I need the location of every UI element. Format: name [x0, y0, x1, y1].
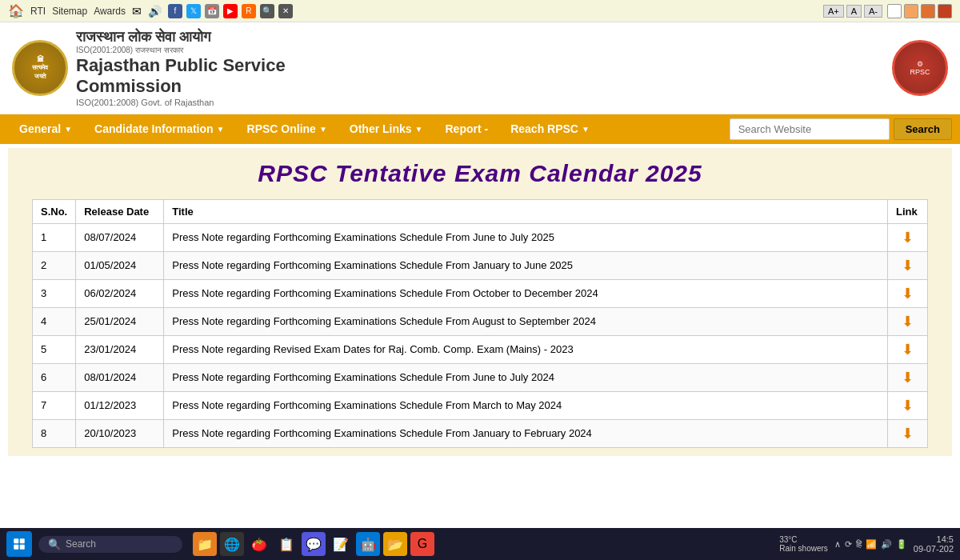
cell-sno: 3: [33, 279, 76, 307]
cell-sno: 8: [33, 419, 76, 447]
cell-link[interactable]: ⬇: [888, 223, 928, 251]
volume-icon[interactable]: 🔊: [148, 5, 162, 18]
search-button[interactable]: Search: [894, 118, 952, 140]
taskbar-app-task[interactable]: 📋: [274, 532, 298, 556]
theme-color-selector: [887, 4, 952, 18]
theme-tan[interactable]: [904, 4, 918, 18]
left-emblem: 🏛 सत्यमेव जयते: [12, 40, 68, 96]
download-icon[interactable]: ⬇: [896, 229, 919, 246]
tray-icon-volume: 🔊: [881, 539, 892, 550]
youtube-icon[interactable]: ▶: [223, 4, 238, 18]
page-title: RPSC Tentative Exam Calendar 2025: [32, 160, 928, 187]
table-row: 8 20/10/2023 Press Note regarding Forthc…: [33, 419, 928, 447]
cell-link[interactable]: ⬇: [888, 419, 928, 447]
rpsc-online-arrow: ▼: [319, 125, 327, 134]
cell-date: 01/12/2023: [76, 391, 164, 419]
taskbar-app-chat[interactable]: 💬: [302, 532, 326, 556]
taskbar-app-google[interactable]: G: [410, 532, 434, 556]
tray-icon-wifi: 📶: [866, 539, 877, 550]
cell-title: Press Note regarding Forthcoming Examina…: [164, 391, 888, 419]
taskbar-app-chrome[interactable]: 🌐: [220, 532, 244, 556]
home-icon[interactable]: 🏠: [8, 3, 24, 18]
taskbar-search-bar[interactable]: 🔍 Search: [38, 536, 182, 553]
cell-link[interactable]: ⬇: [888, 363, 928, 391]
calendar-icon[interactable]: 📅: [205, 4, 219, 18]
taskbar-app-ai[interactable]: 🤖: [356, 532, 380, 556]
cell-link[interactable]: ⬇: [888, 307, 928, 335]
taskbar-app-notes[interactable]: 📝: [329, 532, 353, 556]
cell-title: Press Note regarding Forthcoming Examina…: [164, 307, 888, 335]
download-icon[interactable]: ⬇: [896, 285, 919, 302]
download-icon[interactable]: ⬇: [896, 425, 919, 442]
search-input[interactable]: [730, 118, 890, 140]
cell-title: Press Note regarding Forthcoming Examina…: [164, 223, 888, 251]
cell-date: 25/01/2024: [76, 307, 164, 335]
cell-link[interactable]: ⬇: [888, 391, 928, 419]
cell-link[interactable]: ⬇: [888, 335, 928, 363]
utility-right: A+ A A-: [823, 4, 952, 18]
table-row: 6 08/01/2024 Press Note regarding Forthc…: [33, 363, 928, 391]
taskbar-right-area: 33°C Rain showers ∧ ⟳ हि 📶 🔊 🔋 14:5 09-0…: [779, 534, 954, 554]
download-icon[interactable]: ⬇: [896, 341, 919, 358]
font-increase-btn[interactable]: A+: [823, 5, 844, 18]
theme-red[interactable]: [938, 4, 952, 18]
weather-widget: 33°C Rain showers: [779, 535, 828, 553]
hindi-title: राजस्थान लोक सेवा आयोग: [76, 29, 892, 46]
taskbar-search-icon: 🔍: [48, 538, 61, 550]
cell-link[interactable]: ⬇: [888, 279, 928, 307]
cell-date: 20/10/2023: [76, 419, 164, 447]
emblem-text: सत्यमेव जयते: [32, 64, 48, 81]
start-button[interactable]: [6, 531, 32, 557]
general-arrow: ▼: [64, 125, 72, 134]
nav-rpsc-online[interactable]: RPSC Online ▼: [236, 114, 338, 144]
logo-text: राजस्थान लोक सेवा आयोग ISO(2001:2008) रा…: [68, 29, 892, 107]
facebook-icon[interactable]: f: [168, 4, 182, 18]
cell-date: 08/07/2024: [76, 223, 164, 251]
rti-link[interactable]: RTI: [30, 6, 46, 17]
clock: 14:5 09-07-202: [914, 534, 954, 554]
svg-rect-0: [14, 538, 18, 543]
font-decrease-btn[interactable]: A-: [864, 5, 882, 18]
share-icon[interactable]: ✕: [278, 4, 293, 18]
cell-date: 08/01/2024: [76, 363, 164, 391]
font-normal-btn[interactable]: A: [846, 5, 862, 18]
col-header-date: Release Date: [76, 199, 164, 223]
svg-rect-2: [14, 545, 18, 550]
taskbar-app-explorer[interactable]: 📁: [193, 532, 217, 556]
theme-white[interactable]: [887, 4, 902, 18]
main-content: RPSC Tentative Exam Calendar 2025 S.No. …: [8, 148, 952, 456]
nav-other-links[interactable]: Other Links ▼: [338, 114, 434, 144]
nav-general[interactable]: General ▼: [8, 114, 83, 144]
taskbar-pinned-apps: 📁 🌐 🍅 📋 💬 📝 🤖 📂 G: [193, 532, 434, 556]
theme-orange[interactable]: [921, 4, 935, 18]
taskbar-app-browser2[interactable]: 🍅: [247, 532, 271, 556]
cell-date: 01/05/2024: [76, 251, 164, 279]
download-icon[interactable]: ⬇: [896, 397, 919, 414]
download-icon[interactable]: ⬇: [896, 257, 919, 274]
nav-report[interactable]: Report -: [434, 114, 499, 144]
search-social-icon[interactable]: 🔍: [260, 4, 274, 18]
rss-icon[interactable]: R: [242, 4, 256, 18]
email-icon[interactable]: ✉: [132, 5, 142, 18]
taskbar-app-folder[interactable]: 📂: [383, 532, 407, 556]
iso-line: ISO(2001:2008) राजस्थान सरकार: [76, 46, 892, 55]
exam-calendar-table: S.No. Release Date Title Link 1 08/07/20…: [32, 199, 928, 448]
download-icon[interactable]: ⬇: [896, 369, 919, 386]
nav-reach-rpsc[interactable]: Reach RPSC ▼: [499, 114, 601, 144]
cell-link[interactable]: ⬇: [888, 251, 928, 279]
table-row: 1 08/07/2024 Press Note regarding Forthc…: [33, 223, 928, 251]
col-header-title: Title: [164, 199, 888, 223]
awards-link[interactable]: Awards: [94, 6, 126, 17]
twitter-icon[interactable]: 𝕏: [186, 4, 201, 18]
weather-desc: Rain showers: [779, 544, 828, 553]
cell-sno: 1: [33, 223, 76, 251]
sitemap-link[interactable]: Sitemap: [52, 6, 87, 17]
candidate-arrow: ▼: [217, 125, 225, 134]
taskbar: 🔍 Search 📁 🌐 🍅 📋 💬 📝 🤖 📂 G 33°C Rain sho…: [0, 528, 960, 560]
svg-rect-1: [20, 538, 25, 543]
download-icon[interactable]: ⬇: [896, 313, 919, 330]
utility-left: 🏠 RTI Sitemap Awards ✉ 🔊 f 𝕏 📅 ▶ R 🔍 ✕: [8, 3, 293, 18]
tray-icon-battery: 🔋: [896, 539, 907, 550]
col-header-link: Link: [888, 199, 928, 223]
nav-candidate-info[interactable]: Candidate Information ▼: [83, 114, 235, 144]
